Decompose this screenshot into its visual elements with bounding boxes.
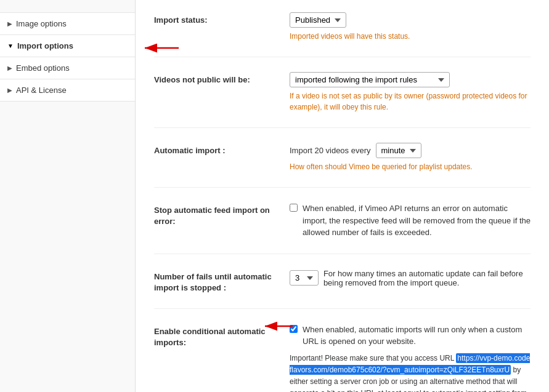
automatic-import-select[interactable]: minute hour day	[376, 143, 421, 158]
sidebar-partial-top	[0, 2, 135, 13]
stop-automatic-checkbox-row: When enabled, if Vimeo API returns an er…	[290, 202, 531, 239]
videos-not-public-description: If a video is not set as public by its o…	[290, 90, 531, 113]
field-number-fails: Number of fails until automatic import i…	[154, 269, 531, 309]
important-prefix: Important! Please make sure that you acc…	[290, 354, 454, 362]
field-control-videos-not-public: imported following the import rules skip…	[290, 72, 531, 113]
sidebar-item-label: Embed options	[16, 63, 70, 73]
field-import-status: Import status: Published Draft Pending I…	[154, 12, 531, 57]
number-fails-inline: 1 2 3 4 5 For how many times an automati…	[290, 269, 531, 287]
url-block: Important! Please make sure that you acc…	[290, 353, 531, 392]
field-videos-not-public: Videos not public will be: imported foll…	[154, 72, 531, 128]
stop-automatic-checkbox[interactable]	[290, 204, 298, 212]
number-fails-select[interactable]: 1 2 3 4 5	[290, 270, 319, 286]
videos-not-public-select[interactable]: imported following the import rules skip…	[290, 72, 450, 87]
field-control-number-fails: 1 2 3 4 5 For how many times an automati…	[290, 269, 531, 287]
field-label-number-fails: Number of fails until automatic import i…	[154, 269, 290, 294]
field-control-stop-automatic: When enabled, if Vimeo API returns an er…	[290, 202, 531, 239]
automatic-import-inline: Import 20 videos every minute hour day	[290, 143, 531, 158]
import-status-select[interactable]: Published Draft Pending	[290, 12, 346, 28]
sidebar: ▶ Image options ▼ Import options ▶ Embed…	[0, 0, 136, 392]
field-stop-automatic: Stop automatic feed import on error: Whe…	[154, 202, 531, 254]
automatic-import-description: How often should Vimeo be queried for pl…	[290, 161, 531, 172]
sidebar-item-label: Image options	[16, 19, 67, 28]
field-label-enable-conditional: Enable conditional automatic imports:	[154, 324, 290, 348]
sidebar-item-embed-options[interactable]: ▶ Embed options	[0, 57, 135, 79]
prefix-text: Import 20 videos every	[290, 146, 371, 155]
field-control-automatic-import: Import 20 videos every minute hour day H…	[290, 143, 531, 172]
sidebar-item-api-license[interactable]: ▶ API & License	[0, 79, 135, 102]
field-control-import-status: Published Draft Pending Imported videos …	[290, 12, 531, 42]
arrow-icon: ▶	[7, 20, 12, 27]
field-enable-conditional: Enable conditional automatic imports: Wh…	[154, 324, 531, 392]
field-label-stop-automatic: Stop automatic feed import on error:	[154, 202, 290, 227]
sidebar-item-import-options[interactable]: ▼ Import options	[0, 35, 135, 57]
field-control-enable-conditional: When enabled, automatic imports will run…	[290, 324, 531, 392]
sidebar-item-label: Import options	[17, 41, 73, 50]
main-content: Import status: Published Draft Pending I…	[136, 0, 549, 392]
suffix-text: For how many times an automatic update c…	[323, 269, 531, 287]
sidebar-item-label: API & License	[16, 86, 67, 95]
arrow-icon: ▼	[7, 42, 14, 49]
arrow-icon: ▶	[7, 65, 12, 71]
field-label-automatic-import: Automatic import :	[154, 143, 290, 156]
sidebar-item-image-options[interactable]: ▶ Image options	[0, 13, 135, 35]
enable-conditional-checkbox-row: When enabled, automatic imports will run…	[290, 324, 531, 348]
enable-conditional-checkbox[interactable]	[290, 325, 298, 333]
stop-automatic-check-label: When enabled, if Vimeo API returns an er…	[303, 202, 531, 239]
app-layout: ▶ Image options ▼ Import options ▶ Embed…	[0, 0, 549, 392]
field-automatic-import: Automatic import : Import 20 videos ever…	[154, 143, 531, 188]
field-label-import-status: Import status:	[154, 12, 290, 26]
arrow-icon: ▶	[7, 87, 12, 94]
enable-conditional-check-label: When enabled, automatic imports will run…	[303, 324, 531, 348]
import-status-description: Imported videos will have this status.	[290, 31, 531, 42]
field-label-videos-not-public: Videos not public will be:	[154, 72, 290, 86]
